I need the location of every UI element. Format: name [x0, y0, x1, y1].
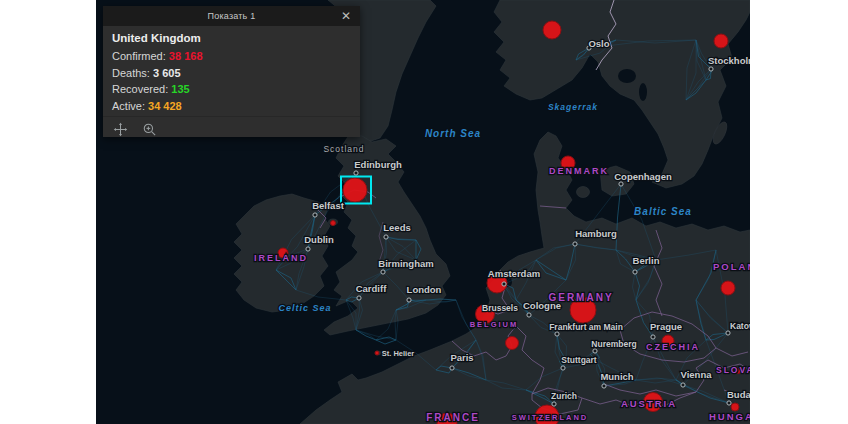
stat-value-confirmed: 38 168 — [169, 50, 203, 62]
city-label: Vienna — [681, 369, 713, 380]
stat-row-recovered: Recovered: 135 — [112, 83, 351, 95]
city-dot — [313, 213, 317, 217]
city-label: Stuttgart — [561, 355, 597, 365]
city-dot — [552, 402, 556, 406]
city-dot — [407, 298, 411, 302]
city-dot — [727, 401, 731, 405]
zoom-in-icon[interactable] — [141, 121, 157, 137]
city-label: Prague — [650, 321, 682, 332]
city-dot — [681, 383, 685, 387]
city-dot — [573, 242, 577, 246]
city-label: Oslo — [588, 38, 609, 49]
sea-label: Skagerrak — [548, 102, 598, 112]
city-dot — [450, 366, 454, 370]
map-popup: Показать 1 ✕ United Kingdom Confirmed: 3… — [103, 6, 360, 137]
city-dot — [561, 366, 565, 370]
stat-label: Active: — [112, 100, 145, 112]
city-label: Budapest — [727, 389, 750, 400]
stat-value-recovered: 135 — [171, 83, 189, 95]
popup-title: Показать 1 — [103, 11, 360, 21]
city-label: Cologne — [523, 300, 561, 311]
popup-header[interactable]: Показать 1 ✕ — [103, 6, 360, 26]
stat-label: Confirmed: — [112, 50, 166, 62]
case-marker[interactable] — [714, 34, 728, 48]
popup-toolbar — [103, 116, 360, 141]
city-label: Edinburgh — [354, 159, 402, 170]
case-marker[interactable] — [721, 281, 735, 295]
city-label: London — [407, 284, 442, 295]
city-label: Dublin — [304, 234, 334, 245]
city-label: Zurich — [551, 391, 577, 401]
city-label: Katowice — [730, 321, 750, 331]
pan-icon[interactable] — [112, 121, 128, 137]
case-marker[interactable] — [343, 178, 367, 202]
city-label: St. Helier — [382, 349, 415, 358]
city-dot — [502, 282, 506, 286]
city-dot — [384, 235, 388, 239]
stat-label: Recovered: — [112, 83, 168, 95]
city-label: Cardiff — [356, 283, 387, 294]
city-label: Nuremberg — [591, 339, 636, 349]
city-label: Amsterdam — [488, 268, 540, 279]
city-label: Stockholm — [708, 55, 750, 66]
city-label: Paris — [450, 352, 473, 363]
sea-label: Baltic Sea — [634, 206, 692, 217]
stat-label: Deaths: — [112, 67, 150, 79]
case-marker[interactable] — [543, 21, 561, 39]
city-dot — [593, 349, 597, 353]
city-dot — [555, 332, 559, 336]
country-label: SWITZERLAND — [512, 413, 589, 422]
sea-label: Celtic Sea — [278, 303, 331, 313]
popup-body: United Kingdom Confirmed: 38 168 Deaths:… — [103, 26, 360, 116]
popup-country-title: United Kingdom — [112, 32, 351, 44]
city-label: Frankfurt am Main — [549, 322, 623, 332]
city-dot — [602, 384, 606, 388]
region-label: Scotland — [323, 144, 364, 154]
map-view[interactable]: North SeaSkagerrakBaltic SeaCeltic SeaSc… — [96, 0, 750, 424]
city-dot — [357, 296, 361, 300]
stat-row-deaths: Deaths: 3 605 — [112, 67, 351, 79]
country-label: IRELAND — [254, 253, 308, 263]
stat-value-active: 34 428 — [148, 100, 182, 112]
country-label: BELGIUM — [470, 320, 519, 329]
city-label: Munich — [600, 371, 633, 382]
city-dot — [651, 335, 655, 339]
city-dot — [633, 270, 637, 274]
city-label: Copenhagen — [614, 171, 672, 182]
country-label: DENMARK — [549, 166, 609, 176]
city-dot — [306, 247, 310, 251]
city-dot — [709, 67, 713, 71]
city-label: Berlin — [633, 255, 660, 266]
city-dot — [726, 331, 730, 335]
city-dot — [527, 313, 531, 317]
city-label: Birmingham — [378, 258, 433, 269]
sea-label: North Sea — [425, 128, 481, 139]
case-marker[interactable] — [731, 403, 739, 411]
country-label: AUSTRIA — [621, 398, 677, 409]
case-marker[interactable] — [506, 337, 519, 350]
city-dot — [354, 171, 358, 175]
country-label: POLAND — [713, 261, 750, 272]
stat-row-active: Active: 34 428 — [112, 100, 351, 112]
city-dot — [619, 182, 623, 186]
city-label: Hamburg — [575, 228, 617, 239]
country-label: HUNGARY — [709, 411, 750, 422]
stat-row-confirmed: Confirmed: 38 168 — [112, 50, 351, 62]
country-label: CZECHIA — [646, 342, 700, 352]
case-marker[interactable] — [375, 351, 379, 355]
screenshot-canvas: North SeaSkagerrakBaltic SeaCeltic SeaSc… — [0, 0, 848, 424]
case-marker[interactable] — [331, 221, 336, 226]
stat-value-deaths: 3 605 — [153, 67, 181, 79]
city-label: Leeds — [383, 222, 410, 233]
city-label: Belfast — [312, 200, 345, 211]
country-label: SLOVAKIA — [716, 365, 750, 375]
country-label: FRANCE — [426, 412, 480, 423]
city-dot — [381, 270, 385, 274]
close-icon[interactable]: ✕ — [338, 7, 354, 25]
city-label: Brussels — [482, 303, 518, 313]
